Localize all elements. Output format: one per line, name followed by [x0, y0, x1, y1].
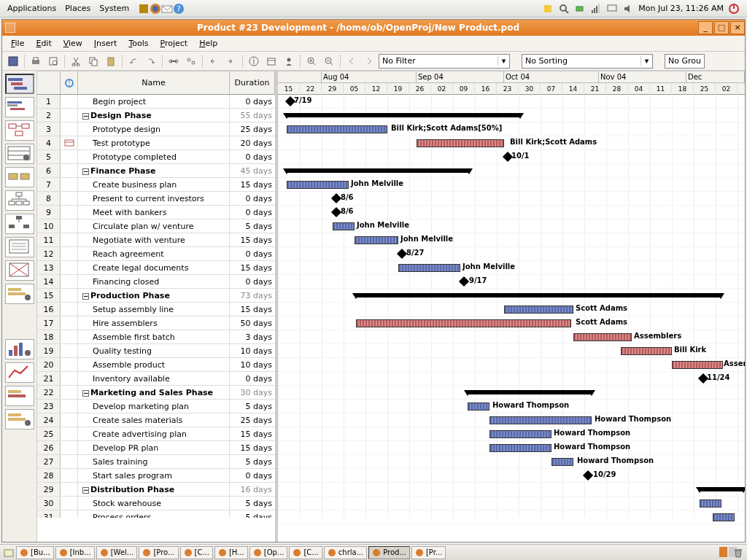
task-name-cell[interactable]: Create advertising plan — [78, 427, 230, 440]
duration-cell[interactable]: 0 days — [230, 372, 275, 385]
battery-icon[interactable] — [574, 3, 586, 15]
firefox-icon[interactable] — [150, 3, 161, 15]
shutdown-icon[interactable] — [728, 3, 740, 15]
duration-cell[interactable]: 16 days — [230, 483, 275, 496]
unlink-button[interactable] — [183, 54, 199, 69]
duration-cell[interactable]: 0 days — [230, 150, 275, 163]
duration-cell[interactable]: 0 days — [230, 247, 275, 260]
updates-icon[interactable] — [542, 3, 554, 15]
duration-cell[interactable]: 15 days — [230, 303, 275, 316]
task-name-cell[interactable]: Create sales materials — [78, 413, 230, 427]
taskbar-item[interactable]: chrla... — [324, 546, 367, 559]
panel-icon[interactable] — [138, 3, 150, 15]
cut-button[interactable] — [68, 54, 84, 69]
duration-cell[interactable]: 10 days — [230, 358, 275, 371]
table-row[interactable]: 4Test prototype20 days — [37, 136, 275, 150]
task-name-cell[interactable]: Hire assemblers — [78, 316, 230, 330]
table-row[interactable]: 24Create sales materials25 days — [37, 413, 275, 427]
help-icon[interactable]: ? — [173, 3, 185, 15]
task-bar[interactable] — [287, 181, 349, 189]
table-row[interactable]: 11Negotiate with venture15 days — [37, 233, 275, 247]
print-button[interactable] — [28, 54, 44, 69]
task-name-cell[interactable]: Develop PR plan — [78, 441, 230, 454]
table-row[interactable]: 6−Finance Phase45 days — [37, 164, 275, 178]
collapse-icon[interactable]: − — [82, 487, 89, 494]
duration-cell[interactable]: 50 days — [230, 316, 275, 330]
col-duration[interactable]: Duration — [230, 71, 275, 94]
table-row[interactable]: 2−Design Phase55 days — [37, 109, 275, 122]
volume-icon[interactable] — [622, 3, 634, 15]
gnome-menu-system[interactable]: System — [95, 2, 133, 15]
taskbar-item[interactable]: [Bu... — [16, 546, 54, 559]
duration-cell[interactable]: 15 days — [230, 427, 275, 440]
task-bar[interactable] — [573, 333, 632, 341]
table-row[interactable]: 7Create business plan15 days — [37, 178, 275, 192]
paste-button[interactable] — [103, 54, 119, 69]
trash-icon[interactable] — [732, 547, 744, 559]
duration-cell[interactable]: 55 days — [230, 109, 275, 122]
assign-button[interactable] — [281, 54, 297, 69]
calendar-button[interactable] — [263, 54, 279, 69]
view-noview-button[interactable] — [5, 260, 34, 281]
duration-cell[interactable]: 5 days — [230, 219, 275, 233]
task-bar[interactable] — [489, 430, 551, 438]
duration-cell[interactable]: 25 days — [230, 413, 275, 427]
info-button[interactable]: i — [246, 54, 262, 69]
table-row[interactable]: 31Process orders5 days — [37, 510, 275, 518]
task-name-cell[interactable]: Stock warehouse — [78, 497, 230, 510]
task-name-cell[interactable]: Present to current investors — [78, 192, 230, 205]
task-bar[interactable] — [621, 347, 672, 355]
task-bar[interactable] — [333, 222, 355, 230]
table-row[interactable]: 21Inventory available0 days — [37, 372, 275, 386]
task-name-cell[interactable]: Test prototype — [78, 136, 230, 149]
view-resources-button[interactable] — [5, 144, 34, 164]
minimize-button[interactable]: _ — [698, 21, 713, 34]
view-wbs-button[interactable] — [5, 190, 34, 211]
task-name-cell[interactable]: Begin project — [78, 95, 230, 108]
duration-cell[interactable]: 5 days — [230, 455, 275, 468]
duration-cell[interactable]: 0 days — [230, 275, 275, 288]
task-name-cell[interactable]: −Marketing and Sales Phase — [78, 386, 230, 399]
taskbar-item[interactable]: [Pro... — [139, 546, 178, 559]
menu-tools[interactable]: Tools — [123, 37, 154, 50]
view-network-button[interactable] — [5, 120, 34, 141]
summary-bar[interactable] — [287, 168, 469, 173]
save-button[interactable] — [5, 54, 21, 69]
table-row[interactable]: 14Financing closed0 days — [37, 275, 275, 289]
undo-button[interactable] — [125, 54, 142, 69]
task-table[interactable]: Name Duration 1Begin project0 days2−Desi… — [37, 71, 278, 542]
duration-cell[interactable]: 5 days — [230, 510, 275, 518]
table-row[interactable]: 17Hire assemblers50 days — [37, 316, 275, 330]
task-bar[interactable] — [700, 499, 721, 508]
clock[interactable]: Mon Jul 23, 11:26 AM — [638, 4, 724, 13]
collapse-icon[interactable]: − — [82, 168, 89, 175]
taskbar-item[interactable]: [Pr... — [411, 546, 446, 559]
menu-view[interactable]: View — [58, 37, 88, 50]
summary-bar[interactable] — [356, 293, 721, 298]
task-name-cell[interactable]: Develop marketing plan — [78, 400, 230, 413]
table-row[interactable]: 23Develop marketing plan5 days — [37, 400, 275, 413]
mail-icon[interactable] — [161, 3, 173, 15]
task-bar[interactable] — [672, 361, 723, 369]
task-name-cell[interactable]: Sales training — [78, 455, 230, 468]
titlebar[interactable]: Product #23 Development - /home/ob/OpenP… — [2, 20, 745, 36]
sorting-combo[interactable]: No Sorting ▾ — [522, 54, 653, 69]
table-row[interactable]: 15−Production Phase73 days — [37, 289, 275, 303]
maximize-button[interactable]: □ — [714, 21, 729, 34]
nav-forward-button[interactable] — [361, 54, 377, 69]
gantt-body[interactable]: 7/19Bill Kirk;Scott Adams[50%]Bill Kirk;… — [278, 95, 745, 518]
table-row[interactable]: 20Assemble product10 days — [37, 358, 275, 372]
menu-edit[interactable]: Edit — [30, 37, 57, 50]
task-name-cell[interactable]: Financing closed — [78, 275, 230, 288]
link-button[interactable] — [166, 54, 182, 69]
display-icon[interactable] — [606, 3, 618, 15]
duration-cell[interactable]: 15 days — [230, 178, 275, 191]
view-taskusage-button[interactable] — [5, 284, 34, 304]
task-name-cell[interactable]: Negotiate with venture — [78, 233, 230, 246]
task-name-cell[interactable]: Meet with bankers — [78, 206, 230, 219]
duration-cell[interactable]: 0 days — [230, 95, 275, 108]
search-icon[interactable] — [558, 3, 570, 15]
taskbar-item[interactable]: [Wel... — [96, 546, 138, 559]
duration-cell[interactable]: 0 days — [230, 206, 275, 219]
gantt-chart[interactable]: Aug 04Sep 04Oct 04Nov 04Dec1522290512192… — [278, 71, 745, 542]
